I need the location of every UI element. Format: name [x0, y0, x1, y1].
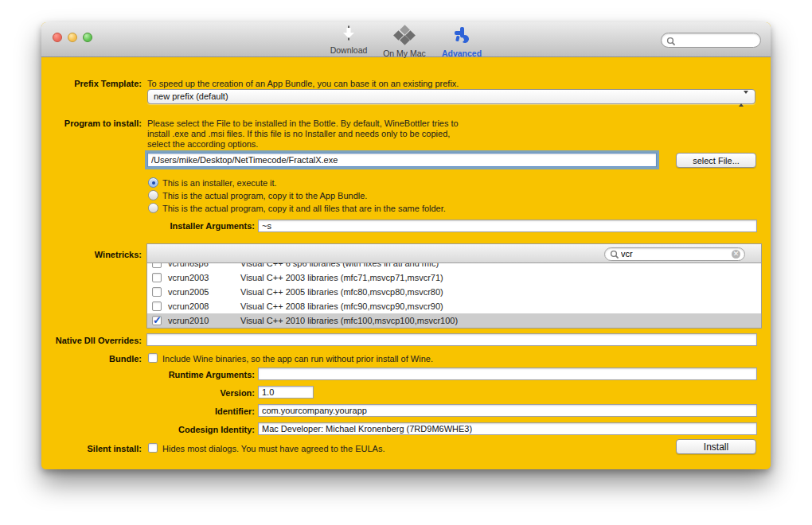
native-dll-overrides-input[interactable]: [146, 333, 757, 346]
winetricks-label: Winetricks:: [48, 250, 142, 259]
toolbar-tab-label: Download: [320, 45, 377, 55]
install-button[interactable]: Install: [676, 439, 756, 454]
desktop-background: Download On My Mac: [0, 0, 812, 525]
runtime-arguments-label: Runtime Arguments:: [121, 370, 255, 379]
winebottler-window: Download On My Mac: [41, 22, 771, 469]
winetricks-checkbox[interactable]: [152, 263, 162, 268]
program-description-line: select the according options.: [147, 139, 258, 149]
file-path-input[interactable]: [147, 153, 657, 167]
search-icon: [610, 250, 619, 259]
winetricks-item-description: Visual C++ 2003 libraries (mfc71,msvcp71…: [240, 273, 443, 282]
winetricks-search-input[interactable]: [621, 249, 724, 259]
winetricks-item-description: Visual C++ 2010 libraries (mfc100,msvcp1…: [240, 316, 458, 325]
radio-label[interactable]: This is the actual program, copy it and …: [162, 204, 446, 213]
radio-copy-all-files[interactable]: [148, 203, 158, 213]
winetricks-checkbox[interactable]: [152, 287, 162, 297]
prefix-template-selected-option: new prefix (default): [154, 91, 228, 101]
winetricks-item-name: vcrun2010: [168, 316, 209, 325]
winetricks-item-description: Visual C++ 2005 libraries (mfc80,msvcp80…: [240, 287, 443, 297]
download-icon: [348, 26, 349, 44]
diamonds-icon: [394, 26, 415, 44]
version-label: Version:: [121, 388, 255, 398]
winetricks-item-name: vcrun6sp6: [168, 263, 209, 268]
close-window-button[interactable]: [53, 33, 62, 42]
program-description-line: install .exe and .msi files. If this fil…: [147, 129, 450, 138]
select-stepper-icon: [739, 92, 748, 106]
radio-label[interactable]: This is an installer, execute it.: [162, 178, 277, 188]
winetricks-row[interactable]: vcrun2008 Visual C++ 2008 libraries (mfc…: [147, 299, 761, 313]
radio-installer-execute[interactable]: [148, 177, 158, 188]
runtime-arguments-input[interactable]: [258, 368, 757, 380]
advanced-pane: Prefix Template: To speed up the creatio…: [41, 58, 771, 469]
winetricks-checkbox[interactable]: [152, 273, 162, 282]
winetricks-item-name: vcrun2008: [168, 301, 209, 311]
identifier-label: Identifier:: [121, 406, 255, 416]
toolbar-tab-label: Advanced: [433, 49, 490, 58]
winetricks-search-field[interactable]: ✕: [604, 247, 745, 261]
program-to-install-label: Program to install:: [48, 119, 142, 128]
winetricks-row[interactable]: vcrun2010 Visual C++ 2010 libraries (mfc…: [147, 313, 761, 328]
winetricks-checkbox[interactable]: [152, 316, 162, 325]
prefix-template-select[interactable]: new prefix (default): [147, 89, 755, 104]
bundle-checkbox-label[interactable]: Include Wine binaries, so the app can ru…: [162, 354, 433, 364]
native-dll-overrides-label: Native Dll Overrides:: [41, 336, 142, 345]
prefix-template-description: To speed up the creation of an App Bundl…: [147, 79, 459, 88]
advanced-wrench-icon: [451, 26, 472, 44]
winetricks-row[interactable]: vcrun2003 Visual C++ 2003 libraries (mfc…: [147, 270, 761, 285]
radio-copy-to-bundle[interactable]: [148, 190, 158, 200]
search-icon: [666, 37, 676, 46]
radio-label[interactable]: This is the actual program, copy it to t…: [162, 191, 367, 200]
winetricks-row[interactable]: vcrun6sp6 Visual C++ 6 sp6 libraries (wi…: [147, 263, 761, 270]
clear-search-icon[interactable]: ✕: [732, 250, 740, 259]
installer-arguments-label: Installer Arguments:: [121, 221, 255, 231]
program-description-line: Please select the File to be installed i…: [147, 119, 459, 128]
winetricks-item-name: vcrun2003: [168, 273, 209, 282]
minimize-window-button[interactable]: [68, 33, 77, 42]
toolbar-search-input[interactable]: [677, 34, 755, 46]
titlebar: Download On My Mac: [41, 22, 771, 57]
zoom-window-button[interactable]: [83, 33, 92, 42]
toolbar-tab-download[interactable]: Download: [320, 26, 377, 55]
winetricks-item-description: Visual C++ 2008 libraries (mfc90,msvcp90…: [240, 301, 443, 311]
toolbar-search-field[interactable]: [661, 33, 761, 48]
installer-arguments-input[interactable]: [258, 220, 757, 232]
winetricks-item-name: vcrun2005: [168, 287, 209, 297]
prefix-template-label: Prefix Template:: [48, 79, 142, 88]
winetricks-row[interactable]: vcrun2005 Visual C++ 2005 libraries (mfc…: [147, 285, 761, 299]
identifier-input[interactable]: [258, 404, 757, 417]
codesign-identity-input[interactable]: [258, 422, 757, 435]
winetricks-checkbox[interactable]: [152, 301, 162, 311]
codesign-identity-label: Codesign Identity:: [121, 425, 255, 434]
toolbar-tab-label: On My Mac: [376, 49, 433, 58]
winetricks-list[interactable]: vcrun6sp6 Visual C++ 6 sp6 libraries (wi…: [146, 263, 762, 329]
toolbar-tab-advanced[interactable]: Advanced: [433, 26, 490, 58]
bundle-checkbox[interactable]: [148, 353, 158, 363]
winetricks-item-description: Visual C++ 6 sp6 libraries (with fixes i…: [240, 263, 439, 268]
toolbar-tab-on-my-mac[interactable]: On My Mac: [376, 26, 433, 58]
silent-install-checkbox[interactable]: [148, 443, 158, 453]
winetricks-header-bar: ✕: [146, 243, 762, 263]
silent-install-label: Silent install:: [41, 444, 142, 453]
version-input[interactable]: [258, 386, 314, 399]
silent-install-checkbox-label[interactable]: Hides most dialogs. You must have agreed…: [162, 444, 385, 453]
bundle-label: Bundle:: [41, 354, 142, 364]
select-file-button[interactable]: select File...: [676, 153, 756, 168]
